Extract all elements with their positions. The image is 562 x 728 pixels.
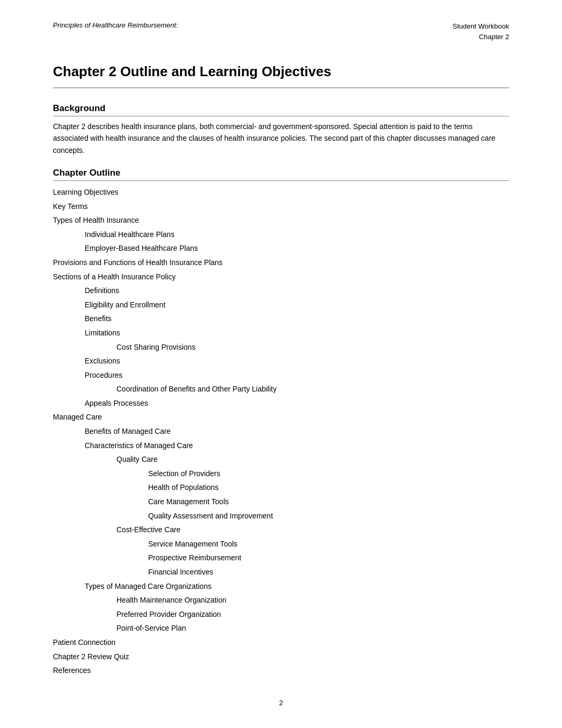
outline-item: Care Management Tools xyxy=(53,495,509,509)
outline-item: Cost-Effective Care xyxy=(53,523,509,537)
outline-item: Patient Connection xyxy=(53,635,509,650)
outline-section: Chapter Outline Learning ObjectivesKey T… xyxy=(53,168,509,678)
header-right-line1: Student Workbook xyxy=(452,21,509,32)
header-right-line2: Chapter 2 xyxy=(452,32,509,42)
outline-item: Health Maintenance Organization xyxy=(53,593,509,607)
outline-item: Appeals Processes xyxy=(53,396,509,411)
header-right: Student Workbook Chapter 2 xyxy=(452,21,509,42)
page-header: Principles of Healthcare Reimbursement: … xyxy=(53,21,509,47)
header-left: Principles of Healthcare Reimbursement: xyxy=(53,21,178,29)
outline-item: Preferred Provider Organization xyxy=(53,607,509,622)
chapter-title-section: Chapter 2 Outline and Learning Objective… xyxy=(53,63,509,88)
outline-item: Characteristics of Managed Care xyxy=(53,439,509,453)
header-title: Principles of Healthcare Reimbursement: xyxy=(53,21,178,29)
background-heading: Background xyxy=(53,103,509,116)
outline-item: Health of Populations xyxy=(53,480,509,495)
outline-item: Selection of Providers xyxy=(53,467,509,481)
outline-item: Benefits xyxy=(53,312,509,326)
outline-item: Types of Health Insurance xyxy=(53,213,509,228)
outline-item: Chapter 2 Review Quiz xyxy=(53,650,509,664)
chapter-title: Chapter 2 Outline and Learning Objective… xyxy=(53,63,509,81)
page-footer: 2 xyxy=(0,699,562,707)
outline-heading: Chapter Outline xyxy=(53,168,509,181)
background-section: Background Chapter 2 describes health in… xyxy=(53,103,509,156)
outline-item: Eligibility and Enrollment xyxy=(53,298,509,312)
outline-item: Provisions and Functions of Health Insur… xyxy=(53,256,509,270)
outline-item: Cost Sharing Provisions xyxy=(53,340,509,354)
outline-item: Point-of-Service Plan xyxy=(53,621,509,635)
outline-item: Benefits of Managed Care xyxy=(53,424,509,439)
outline-item: Service Management Tools xyxy=(53,537,509,551)
outline-item: Coordination of Benefits and Other Party… xyxy=(53,382,509,396)
outline-list: Learning ObjectivesKey TermsTypes of Hea… xyxy=(53,185,509,678)
outline-item: Prospective Reimbursement xyxy=(53,551,509,565)
outline-item: Key Terms xyxy=(53,199,509,214)
outline-item: Financial Incentives xyxy=(53,565,509,579)
outline-item: Managed Care xyxy=(53,410,509,424)
outline-item: Procedures xyxy=(53,368,509,383)
outline-item: Types of Managed Care Organizations xyxy=(53,579,509,594)
outline-item: Employer-Based Healthcare Plans xyxy=(53,241,509,256)
outline-item: Sections of a Health Insurance Policy xyxy=(53,270,509,284)
outline-item: References xyxy=(53,663,509,678)
outline-item: Learning Objectives xyxy=(53,185,509,199)
background-text: Chapter 2 describes health insurance pla… xyxy=(53,121,509,156)
outline-item: Definitions xyxy=(53,284,509,298)
outline-item: Individual Healthcare Plans xyxy=(53,228,509,242)
outline-item: Exclusions xyxy=(53,354,509,368)
outline-item: Limitations xyxy=(53,326,509,340)
outline-item: Quality Care xyxy=(53,452,509,467)
page-number: 2 xyxy=(279,699,283,707)
outline-item: Quality Assessment and Improvement xyxy=(53,509,509,523)
page: Principles of Healthcare Reimbursement: … xyxy=(0,0,562,728)
